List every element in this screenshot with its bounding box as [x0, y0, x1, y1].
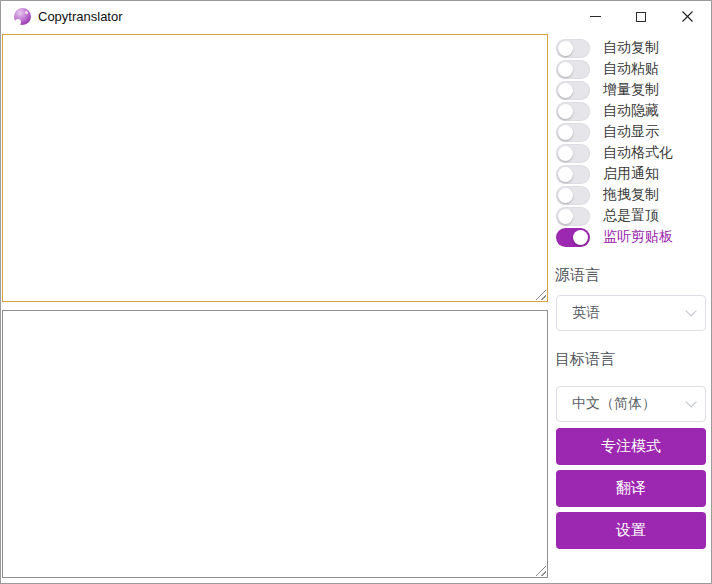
maximize-icon	[636, 12, 646, 22]
settings-button[interactable]: 设置	[556, 512, 706, 549]
toggle-auto-hide[interactable]: 自动隐藏	[556, 101, 659, 121]
chevron-down-icon	[685, 305, 696, 316]
toggle-always-on-top[interactable]: 总是置顶	[556, 206, 659, 226]
toggle-label: 启用通知	[603, 165, 659, 183]
toggle-label: 自动复制	[603, 39, 659, 57]
toggle-enable-notifications[interactable]: 启用通知	[556, 164, 659, 184]
translate-button[interactable]: 翻译	[556, 470, 706, 507]
source-language-label: 源语言	[555, 266, 600, 285]
toggle-incremental-copy[interactable]: 增量复制	[556, 80, 659, 100]
close-icon	[681, 10, 694, 23]
toggle-auto-copy[interactable]: 自动复制	[556, 38, 659, 58]
source-language-value: 英语	[572, 304, 685, 322]
toggle-label: 自动隐藏	[603, 102, 659, 120]
toggle-switch-icon	[556, 165, 590, 184]
toggle-label: 监听剪贴板	[603, 228, 673, 246]
app-window: Copytranslator 自动复制 自动粘贴	[0, 0, 712, 584]
toggle-auto-format[interactable]: 自动格式化	[556, 143, 673, 163]
source-language-select[interactable]: 英语	[556, 295, 706, 331]
focus-mode-button[interactable]: 专注模式	[556, 428, 706, 465]
app-logo-icon	[14, 8, 31, 25]
toggle-switch-icon	[556, 228, 590, 247]
toggle-switch-icon	[556, 186, 590, 205]
maximize-button[interactable]	[618, 1, 664, 32]
toggle-label: 自动粘贴	[603, 60, 659, 78]
source-textarea[interactable]	[2, 34, 548, 302]
close-button[interactable]	[664, 1, 710, 32]
minimize-button[interactable]	[572, 1, 618, 32]
window-controls	[572, 1, 710, 32]
chevron-down-icon	[685, 396, 696, 407]
toggle-label: 自动显示	[603, 123, 659, 141]
toggle-switch-icon	[556, 39, 590, 58]
toggle-switch-icon	[556, 207, 590, 226]
result-textarea[interactable]	[2, 310, 548, 578]
window-title: Copytranslator	[38, 9, 123, 24]
toggle-auto-show[interactable]: 自动显示	[556, 122, 659, 142]
toggle-switch-icon	[556, 60, 590, 79]
toggle-auto-paste[interactable]: 自动粘贴	[556, 59, 659, 79]
toggle-label: 自动格式化	[603, 144, 673, 162]
minimize-icon	[590, 16, 601, 17]
toggle-switch-icon	[556, 81, 590, 100]
target-language-label: 目标语言	[555, 350, 615, 369]
toggle-listen-clipboard[interactable]: 监听剪贴板	[556, 227, 673, 247]
toggle-switch-icon	[556, 144, 590, 163]
toggle-drag-copy[interactable]: 拖拽复制	[556, 185, 659, 205]
toggle-label: 拖拽复制	[603, 186, 659, 204]
toggle-switch-icon	[556, 102, 590, 121]
titlebar[interactable]: Copytranslator	[1, 1, 711, 33]
toggle-switch-icon	[556, 123, 590, 142]
toggle-label: 总是置顶	[603, 207, 659, 225]
toggle-label: 增量复制	[603, 81, 659, 99]
target-language-value: 中文（简体）	[572, 395, 685, 413]
target-language-select[interactable]: 中文（简体）	[556, 386, 706, 422]
